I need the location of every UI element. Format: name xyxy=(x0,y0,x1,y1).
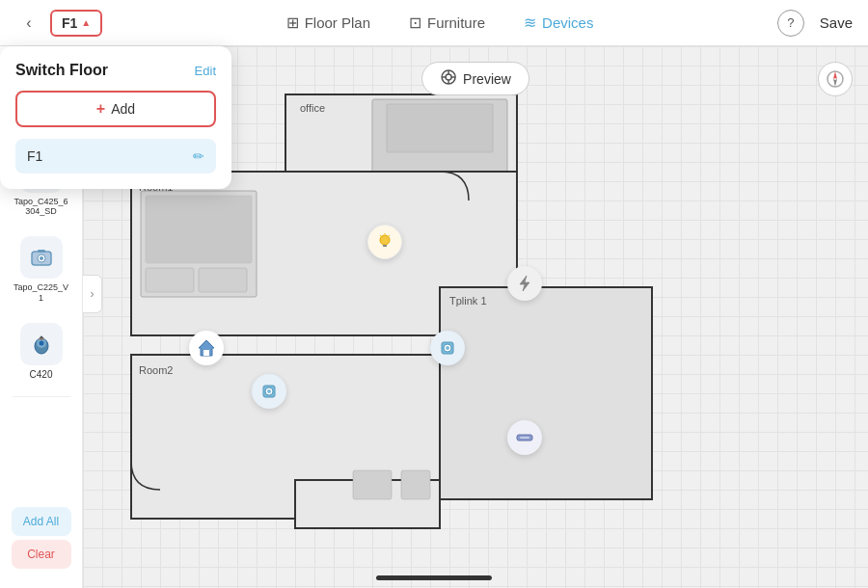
switch-floor-popup: Switch Floor Edit + Add F1 ✏ xyxy=(0,46,231,189)
popup-edit-button[interactable]: Edit xyxy=(195,64,216,78)
device-hub[interactable] xyxy=(189,331,224,365)
sidebar-item-tapo-c225[interactable]: Tapo_C225_V1 xyxy=(8,228,75,311)
furniture-label: Furniture xyxy=(427,14,485,31)
header-left: ‹ F1 ▲ xyxy=(15,10,102,37)
svg-rect-61 xyxy=(520,437,529,439)
preview-label: Preview xyxy=(463,71,511,87)
device-name-tapo-c425: Tapo_C425_6304_SD xyxy=(14,197,68,218)
svg-rect-29 xyxy=(387,104,493,152)
popup-add-label: Add xyxy=(111,101,135,117)
floor-selector[interactable]: F1 ▲ xyxy=(50,10,102,37)
svg-text:office: office xyxy=(300,102,325,114)
svg-point-55 xyxy=(267,389,271,393)
popup-title: Switch Floor xyxy=(15,62,108,79)
svg-text:Tplink 1: Tplink 1 xyxy=(449,295,487,307)
svg-rect-36 xyxy=(440,287,652,499)
device-switch[interactable] xyxy=(507,266,542,301)
device-plug1[interactable] xyxy=(252,374,286,409)
clear-button[interactable]: Clear xyxy=(12,540,71,569)
svg-rect-32 xyxy=(146,196,252,263)
floor-label: F1 xyxy=(62,15,77,31)
preview-button[interactable]: Preview xyxy=(421,62,529,95)
device-name-c420: C420 xyxy=(30,369,53,381)
svg-rect-33 xyxy=(146,268,194,292)
device-bulb[interactable] xyxy=(367,225,402,259)
svg-line-49 xyxy=(389,235,390,236)
preview-icon xyxy=(440,68,457,89)
svg-rect-34 xyxy=(199,268,247,292)
plus-icon: + xyxy=(96,100,105,118)
svg-rect-41 xyxy=(353,470,392,499)
svg-marker-56 xyxy=(520,276,529,291)
tab-devices[interactable]: ≋ Devices xyxy=(516,10,601,36)
sidebar-collapse-button[interactable]: › xyxy=(83,275,102,313)
device-plug2[interactable] xyxy=(430,331,465,365)
save-button[interactable]: Save xyxy=(820,14,853,31)
device-name-tapo-c225: Tapo_C225_V1 xyxy=(14,282,68,304)
compass-button[interactable] xyxy=(818,62,853,96)
devices-icon: ≋ xyxy=(524,13,536,32)
svg-rect-47 xyxy=(383,245,387,247)
popup-header: Switch Floor Edit xyxy=(15,62,216,79)
svg-point-15 xyxy=(39,340,43,345)
header: ‹ F1 ▲ ⊞ Floor Plan ⊡ Furniture ≋ Device… xyxy=(0,0,868,46)
back-button[interactable]: ‹ xyxy=(15,10,42,37)
floor-plan-icon: ⊞ xyxy=(286,13,299,32)
svg-point-46 xyxy=(380,235,390,245)
bottom-home-indicator xyxy=(376,575,492,580)
device-strip[interactable] xyxy=(507,420,542,455)
nav-tabs: ⊞ Floor Plan ⊡ Furniture ≋ Devices xyxy=(279,10,602,36)
devices-label: Devices xyxy=(542,14,593,31)
svg-rect-12 xyxy=(38,250,45,253)
furniture-icon: ⊡ xyxy=(409,13,421,32)
device-icon-c420 xyxy=(20,323,63,365)
svg-line-50 xyxy=(380,235,381,236)
popup-floor-f1[interactable]: F1 ✏ xyxy=(15,139,216,174)
floor-plan-label: Floor Plan xyxy=(305,14,370,31)
svg-point-17 xyxy=(40,335,42,338)
svg-marker-26 xyxy=(833,79,837,87)
sidebar-item-c420[interactable]: C420 xyxy=(8,315,75,388)
device-icon-tapo-c225 xyxy=(20,236,63,279)
svg-rect-40 xyxy=(401,470,430,499)
add-all-button[interactable]: Add All xyxy=(12,507,71,536)
svg-point-19 xyxy=(446,74,451,80)
tab-furniture[interactable]: ⊡ Furniture xyxy=(401,10,493,36)
popup-floor-label: F1 xyxy=(27,148,42,164)
help-button[interactable]: ? xyxy=(777,10,804,37)
svg-point-59 xyxy=(446,346,449,350)
svg-rect-52 xyxy=(203,350,209,356)
floor-edit-icon[interactable]: ✏ xyxy=(193,148,204,164)
svg-text:Room2: Room2 xyxy=(139,364,173,376)
header-right: ? Save xyxy=(777,10,853,37)
popup-add-button[interactable]: + Add xyxy=(15,91,216,127)
tab-floor-plan[interactable]: ⊞ Floor Plan xyxy=(279,10,378,36)
svg-point-11 xyxy=(40,256,43,260)
floor-arrow: ▲ xyxy=(81,17,91,28)
svg-marker-25 xyxy=(833,71,837,79)
sidebar-divider xyxy=(13,396,70,397)
